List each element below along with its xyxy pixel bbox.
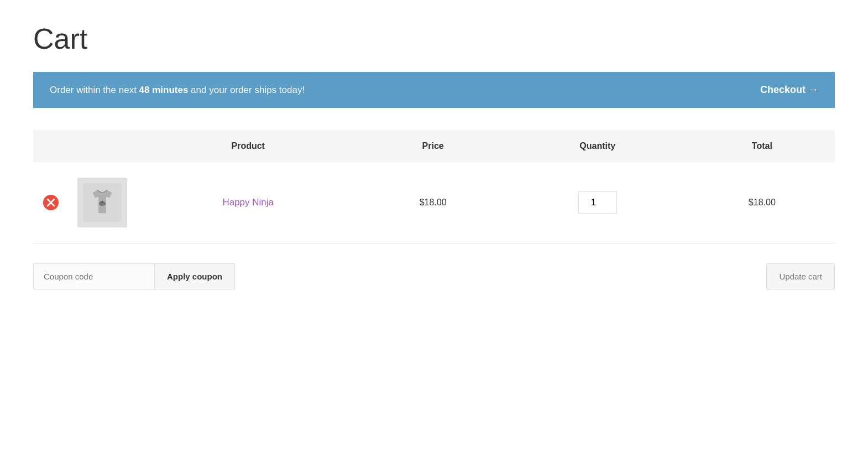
col-remove-header bbox=[33, 130, 69, 162]
apply-coupon-button[interactable]: Apply coupon bbox=[155, 263, 235, 289]
col-image-header bbox=[69, 130, 136, 162]
cart-actions: Apply coupon Update cart bbox=[33, 255, 835, 298]
product-image bbox=[77, 178, 127, 227]
coupon-section: Apply coupon bbox=[33, 263, 235, 289]
notice-text: Order within the next 48 minutes and you… bbox=[50, 85, 305, 96]
checkout-button[interactable]: Checkout → bbox=[760, 84, 818, 96]
table-row: Happy Ninja $18.00 $18.00 bbox=[33, 162, 835, 244]
cart-table: Product Price Quantity Total bbox=[33, 130, 835, 244]
product-total: $18.00 bbox=[749, 198, 776, 207]
table-header-row: Product Price Quantity Total bbox=[33, 130, 835, 162]
col-price-header: Price bbox=[360, 130, 505, 162]
notice-bar: Order within the next 48 minutes and you… bbox=[33, 72, 835, 108]
col-total-header: Total bbox=[689, 130, 835, 162]
product-price: $18.00 bbox=[420, 198, 447, 207]
col-product-header: Product bbox=[136, 130, 360, 162]
coupon-input[interactable] bbox=[33, 263, 155, 289]
remove-item-button[interactable] bbox=[42, 194, 60, 211]
page-title: Cart bbox=[33, 22, 835, 55]
tshirt-icon bbox=[83, 183, 122, 222]
remove-icon bbox=[42, 194, 60, 211]
update-cart-button[interactable]: Update cart bbox=[766, 263, 835, 289]
col-quantity-header: Quantity bbox=[506, 130, 689, 162]
quantity-input[interactable] bbox=[578, 191, 617, 214]
product-name-link[interactable]: Happy Ninja bbox=[222, 197, 274, 208]
